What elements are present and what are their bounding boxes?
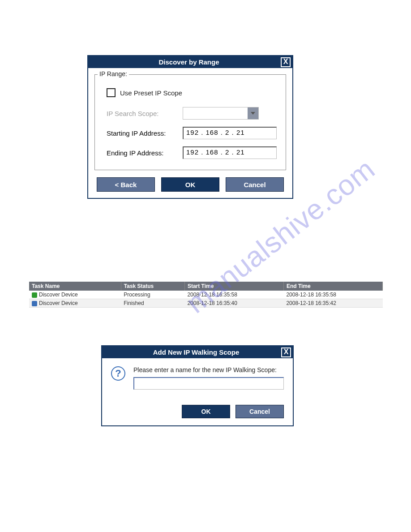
table-row[interactable]: Discover Device Finished 2008-12-18 16:3… [29,299,383,308]
dialog-title: Discover by Range [88,58,290,66]
dropdown-value [183,107,248,119]
status-icon [32,292,37,298]
chevron-down-icon [251,112,255,115]
cancel-button[interactable]: Cancel [226,177,284,192]
cell-end: 2008-12-18 16:35:58 [283,291,382,299]
cell-status: Finished [121,299,184,308]
add-ip-walking-scope-dialog: Add New IP Walking Scope X ? Please ente… [101,345,294,426]
use-preset-row: Use Preset IP Scope [107,88,278,97]
task-status-table: Task Name Task Status Start Time End Tim… [29,282,383,308]
col-task-status: Task Status [121,282,184,291]
table-header-row: Task Name Task Status Start Time End Tim… [29,282,383,291]
col-task-name: Task Name [29,282,121,291]
dialog-body: ? Please enter a name for the new IP Wal… [102,358,293,394]
col-start-time: Start Time [184,282,283,291]
ending-ip-input[interactable]: 192 . 168 . 2 . 21 [183,146,277,159]
dialog-title: Add New IP Walking Scope [102,348,290,356]
cell-status: Processing [121,291,184,299]
cell-name: Discover Device [39,292,78,298]
ok-button[interactable]: OK [182,405,230,418]
close-button[interactable]: X [281,57,291,67]
search-scope-label: IP Search Scope: [107,110,183,117]
ip-range-fieldset: IP Range: Use Preset IP Scope IP Search … [94,74,286,170]
cell-start: 2008-12-18 16:35:40 [184,299,283,308]
close-button[interactable]: X [281,348,291,357]
prompt-column: Please enter a name for the new IP Walki… [133,366,284,390]
use-preset-label: Use Preset IP Scope [120,89,182,97]
dialog-button-row: OK Cancel [102,394,293,425]
starting-ip-input[interactable]: 192 . 168 . 2 . 21 [183,127,277,139]
dialog-titlebar: Discover by Range X [88,56,292,68]
discover-by-range-dialog: Discover by Range X IP Range: Use Preset… [87,55,293,199]
question-icon: ? [111,366,125,381]
ending-ip-row: Ending IP Address: 192 . 168 . 2 . 21 [107,146,278,159]
col-end-time: End Time [283,282,382,291]
prompt-row: ? Please enter a name for the new IP Wal… [111,366,284,390]
search-scope-row: IP Search Scope: [107,107,278,120]
use-preset-checkbox[interactable] [107,88,116,97]
search-scope-dropdown[interactable] [183,107,259,120]
status-icon [32,301,37,306]
cancel-button[interactable]: Cancel [235,405,284,418]
dropdown-arrow-button[interactable] [248,107,258,119]
cell-name: Discover Device [39,300,78,306]
scope-name-input[interactable] [133,377,284,390]
ending-ip-label: Ending IP Address: [107,149,183,157]
ok-button[interactable]: OK [161,177,219,192]
cell-end: 2008-12-18 16:35:42 [283,299,382,308]
starting-ip-label: Starting IP Address: [107,129,183,137]
fieldset-legend: IP Range: [98,70,129,77]
prompt-text: Please enter a name for the new IP Walki… [133,366,284,373]
table-row[interactable]: Discover Device Processing 2008-12-18 16… [29,291,383,299]
back-button[interactable]: < Back [97,177,155,192]
starting-ip-row: Starting IP Address: 192 . 168 . 2 . 21 [107,127,278,139]
dialog-titlebar: Add New IP Walking Scope X [102,346,293,358]
dialog-button-row: < Back OK Cancel [88,174,292,198]
cell-start: 2008-12-18 16:35:58 [184,291,283,299]
